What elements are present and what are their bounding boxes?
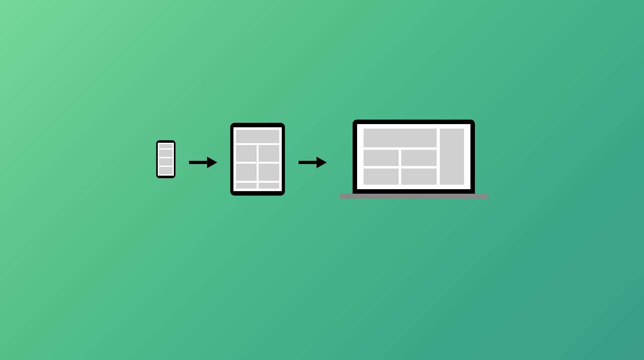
laptop-screen-frame bbox=[353, 120, 475, 194]
wireframe-block bbox=[236, 130, 279, 143]
svg-marker-1 bbox=[207, 157, 217, 168]
wireframe-block bbox=[259, 164, 279, 181]
wireframe-sidebar bbox=[440, 129, 464, 185]
wireframe-row bbox=[364, 150, 437, 166]
laptop-base bbox=[340, 194, 488, 199]
phone-device-icon bbox=[156, 140, 175, 178]
wireframe-block bbox=[401, 150, 436, 166]
tablet-screen bbox=[233, 127, 282, 191]
tablet-device-icon bbox=[230, 123, 285, 196]
wireframe-block bbox=[259, 145, 279, 162]
responsive-design-diagram bbox=[156, 120, 488, 199]
wireframe-block bbox=[236, 145, 257, 162]
wireframe-block bbox=[401, 169, 436, 185]
wireframe-block bbox=[259, 183, 279, 189]
wireframe-block bbox=[159, 150, 173, 157]
laptop-main-column bbox=[364, 129, 437, 185]
wireframe-block bbox=[159, 144, 173, 149]
wireframe-block bbox=[159, 158, 173, 166]
arrow-right-icon bbox=[188, 156, 217, 169]
wireframe-block bbox=[236, 183, 257, 189]
wireframe-block bbox=[364, 150, 399, 166]
wireframe-block bbox=[364, 169, 399, 185]
wireframe-row bbox=[364, 169, 437, 185]
svg-marker-3 bbox=[317, 157, 327, 168]
laptop-screen bbox=[357, 124, 470, 189]
wireframe-row bbox=[236, 183, 279, 189]
wireframe-block bbox=[364, 129, 437, 147]
wireframe-row bbox=[236, 164, 279, 181]
laptop-device-icon bbox=[340, 120, 488, 199]
phone-screen bbox=[158, 143, 174, 176]
wireframe-row bbox=[236, 145, 279, 162]
arrow-right-icon bbox=[298, 156, 327, 169]
wireframe-block bbox=[236, 164, 257, 181]
wireframe-block bbox=[159, 167, 173, 174]
